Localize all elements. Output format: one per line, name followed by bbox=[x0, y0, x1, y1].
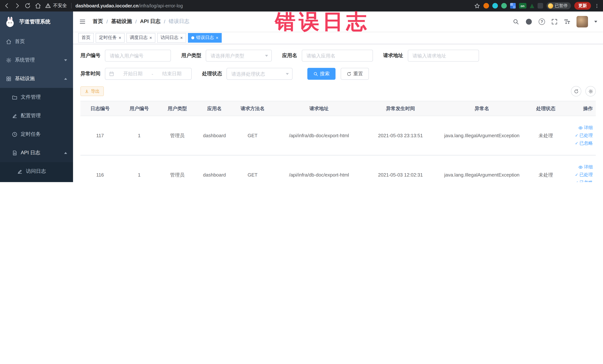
extension-icon-grid[interactable] bbox=[510, 3, 515, 9]
caret-down-icon[interactable] bbox=[594, 21, 597, 23]
security-indicator[interactable]: 不安全 bbox=[45, 3, 67, 9]
end-date-placeholder[interactable]: 结束日期 bbox=[156, 70, 188, 77]
hamburger-icon[interactable] bbox=[79, 18, 86, 25]
filter-exception-time: 异常时间 开始日期 - 结束日期 bbox=[81, 68, 192, 80]
col-user-type: 用户类型 bbox=[159, 101, 196, 116]
col-operations: 操作 bbox=[563, 101, 596, 116]
button-label: 导出 bbox=[91, 88, 100, 94]
breadcrumb-infrastructure[interactable]: 基础设施 bbox=[111, 18, 132, 25]
start-date-placeholder[interactable]: 开始日期 bbox=[117, 70, 149, 77]
gear-icon bbox=[6, 57, 12, 63]
sidebar-item-api-log[interactable]: API 日志 bbox=[0, 143, 73, 162]
button-label: 重置 bbox=[353, 70, 363, 77]
browser-menu-icon[interactable] bbox=[594, 3, 600, 9]
bookmark-icon[interactable] bbox=[474, 3, 480, 9]
update-button[interactable]: 更新 bbox=[574, 2, 591, 10]
close-icon[interactable]: × bbox=[119, 35, 121, 40]
back-icon[interactable] bbox=[4, 3, 10, 9]
col-method: 请求方法名 bbox=[233, 101, 272, 116]
close-icon[interactable]: × bbox=[150, 35, 152, 40]
tab-label: 调度日志 bbox=[130, 35, 148, 41]
button-label: 搜索 bbox=[320, 70, 330, 77]
forward-icon[interactable] bbox=[14, 3, 20, 9]
cell-app-name: dashboard bbox=[196, 116, 233, 155]
navbar-actions: ? bbox=[513, 16, 597, 27]
font-size-icon[interactable] bbox=[564, 18, 570, 25]
extension-icon-teal[interactable] bbox=[492, 3, 498, 9]
user-type-select-input[interactable] bbox=[206, 50, 272, 61]
field-label: 用户类型 bbox=[181, 52, 201, 59]
reset-button[interactable]: 重置 bbox=[341, 68, 369, 80]
tab-schedule-log[interactable]: 调度日志 × bbox=[127, 33, 155, 42]
user-type-select[interactable] bbox=[206, 50, 272, 61]
paused-badge[interactable]: 已暂停 bbox=[546, 2, 571, 9]
refresh-button[interactable] bbox=[571, 86, 581, 96]
address-bar[interactable]: dashboard.yudao.iocoder.cn/infra/log/api… bbox=[75, 3, 183, 8]
column-settings-button[interactable] bbox=[585, 86, 596, 96]
extension-icon-dark[interactable] bbox=[537, 3, 543, 9]
reload-icon[interactable] bbox=[24, 3, 31, 9]
sidebar-item-system[interactable]: 系统管理 bbox=[0, 51, 73, 69]
process-status-select-input[interactable] bbox=[227, 68, 292, 80]
tab-access-log[interactable]: 访问日志 × bbox=[157, 33, 186, 42]
close-icon[interactable]: × bbox=[216, 35, 218, 40]
app-name-input[interactable] bbox=[302, 50, 373, 61]
app-logo[interactable]: 芋道管理系统 bbox=[0, 12, 73, 32]
refresh-icon bbox=[574, 89, 579, 94]
date-range-picker[interactable]: 开始日期 - 结束日期 bbox=[105, 68, 192, 80]
help-icon[interactable]: ? bbox=[539, 18, 545, 25]
sidebar-item-label: API 日志 bbox=[21, 150, 40, 156]
sidebar-item-label: 基础设施 bbox=[15, 75, 35, 82]
url-path: /infra/log/api-error-log bbox=[139, 3, 183, 8]
process-status-select[interactable] bbox=[227, 68, 292, 80]
sidebar-item-label: 访问日志 bbox=[26, 168, 46, 175]
sidebar-item-label: 文件管理 bbox=[21, 94, 41, 101]
home-icon[interactable] bbox=[35, 3, 41, 9]
processed-link[interactable]: ✓已处理 bbox=[575, 172, 593, 178]
breadcrumb-api-log[interactable]: API 日志 bbox=[140, 18, 161, 25]
search-icon[interactable] bbox=[513, 18, 519, 25]
avatar[interactable] bbox=[577, 16, 588, 27]
fullscreen-icon[interactable] bbox=[551, 18, 557, 25]
ignored-link[interactable]: ✓已忽略 bbox=[575, 179, 593, 182]
extension-icon-green[interactable] bbox=[501, 3, 507, 9]
user-id-input[interactable] bbox=[105, 50, 171, 61]
check-icon: ✓ bbox=[575, 173, 578, 177]
detail-link[interactable]: 详细 bbox=[578, 125, 593, 131]
warning-icon bbox=[45, 3, 51, 9]
tab-home[interactable]: 首页 bbox=[78, 33, 94, 42]
processed-link[interactable]: ✓已处理 bbox=[575, 132, 593, 139]
search-button[interactable]: 搜索 bbox=[307, 68, 336, 80]
tab-scheduled-tasks[interactable]: 定时任务 × bbox=[96, 33, 125, 42]
sidebar-item-config-management[interactable]: 配置管理 bbox=[0, 106, 73, 125]
security-label: 不安全 bbox=[53, 3, 67, 9]
chevron-down-icon bbox=[286, 73, 289, 75]
close-icon[interactable]: × bbox=[180, 35, 183, 40]
sidebar-item-infrastructure[interactable]: 基础设施 bbox=[0, 69, 73, 88]
sidebar-submenu-infrastructure: 文件管理 配置管理 定时任务 API 日志 bbox=[0, 88, 73, 182]
sidebar-item-scheduled-tasks[interactable]: 定时任务 bbox=[0, 125, 73, 143]
sidebar-item-home[interactable]: 首页 bbox=[0, 32, 73, 51]
col-exception-time: 异常发生时间 bbox=[366, 101, 435, 116]
tab-label: 首页 bbox=[81, 35, 91, 41]
cell-user-id: 1 bbox=[120, 116, 159, 155]
ignored-link[interactable]: ✓已忽略 bbox=[575, 140, 593, 146]
extension-icon-orange[interactable] bbox=[483, 3, 489, 9]
github-icon[interactable] bbox=[525, 18, 532, 25]
detail-link[interactable]: 详细 bbox=[578, 164, 593, 170]
breadcrumb-home[interactable]: 首页 bbox=[93, 18, 103, 25]
export-button[interactable]: 导出 bbox=[81, 86, 104, 96]
extension-icon-pine[interactable] bbox=[530, 3, 534, 8]
col-exception-name: 异常名 bbox=[435, 101, 529, 116]
filter-request-url: 请求地址 bbox=[383, 50, 479, 61]
tab-error-log[interactable]: 错误日志 × bbox=[188, 33, 222, 42]
sidebar-item-access-log[interactable]: 访问日志 bbox=[0, 162, 73, 181]
sidebar-item-error-log[interactable]: 错误日志 bbox=[0, 181, 73, 182]
extension-icon-on[interactable]: on bbox=[519, 3, 526, 9]
request-url-input[interactable] bbox=[408, 50, 479, 61]
gear-icon bbox=[588, 89, 593, 94]
chevron-up-icon bbox=[64, 78, 67, 80]
date-separator: - bbox=[152, 71, 153, 77]
filter-process-status: 处理状态 bbox=[202, 68, 292, 80]
sidebar-item-file-management[interactable]: 文件管理 bbox=[0, 88, 73, 106]
